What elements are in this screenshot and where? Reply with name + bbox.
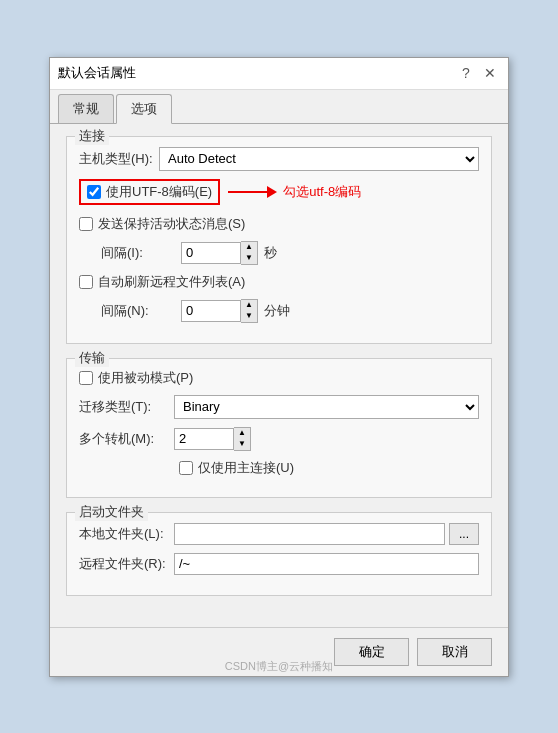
remote-folder-input[interactable]: /~	[174, 553, 479, 575]
multi-transfer-label: 多个转机(M):	[79, 430, 174, 448]
main-only-label[interactable]: 仅使用主连接(U)	[198, 459, 294, 477]
interval-n-down[interactable]: ▼	[241, 311, 257, 322]
interval-n-spinner: 0 ▲ ▼	[181, 299, 258, 323]
auto-refresh-label[interactable]: 自动刷新远程文件列表(A)	[98, 273, 245, 291]
transfer-type-select[interactable]: Binary ASCII Auto	[174, 395, 479, 419]
host-type-label: 主机类型(H):	[79, 150, 159, 168]
interval-n-label: 间隔(N):	[101, 302, 181, 320]
dialog: 默认会话属性 ? ✕ 常规 选项 连接 主机类型(H): Auto Detect…	[49, 57, 509, 677]
keepalive-row: 发送保持活动状态消息(S)	[79, 215, 479, 233]
keepalive-checkbox[interactable]	[79, 217, 93, 231]
arrow-line	[228, 191, 268, 193]
passive-checkbox[interactable]	[79, 371, 93, 385]
connection-title: 连接	[75, 127, 109, 145]
utf8-checkbox[interactable]	[87, 185, 101, 199]
multi-transfer-row: 多个转机(M): 2 ▲ ▼	[79, 427, 479, 451]
local-browse-button[interactable]: ...	[449, 523, 479, 545]
startup-section: 启动文件夹 本地文件夹(L): ... 远程文件夹(R): /~	[66, 512, 492, 596]
interval-n-up[interactable]: ▲	[241, 300, 257, 311]
utf8-highlight-box: 使用UTF-8编码(E)	[79, 179, 220, 205]
local-folder-label: 本地文件夹(L):	[79, 525, 174, 543]
ok-button[interactable]: 确定	[334, 638, 409, 666]
transfer-title: 传输	[75, 349, 109, 367]
cancel-button[interactable]: 取消	[417, 638, 492, 666]
interval-i-input[interactable]: 0	[181, 242, 241, 264]
startup-title: 启动文件夹	[75, 503, 148, 521]
auto-refresh-row: 自动刷新远程文件列表(A)	[79, 273, 479, 291]
auto-refresh-checkbox[interactable]	[79, 275, 93, 289]
interval-i-up[interactable]: ▲	[241, 242, 257, 253]
remote-folder-label: 远程文件夹(R):	[79, 555, 174, 573]
remote-folder-row: 远程文件夹(R): /~	[79, 553, 479, 575]
main-only-checkbox[interactable]	[179, 461, 193, 475]
interval-n-input[interactable]: 0	[181, 300, 241, 322]
interval-n-row: 间隔(N): 0 ▲ ▼ 分钟	[101, 299, 479, 323]
utf8-row: 使用UTF-8编码(E) 勾选utf-8编码	[79, 179, 479, 205]
utf8-label[interactable]: 使用UTF-8编码(E)	[106, 183, 212, 201]
host-type-row: 主机类型(H): Auto Detect Unix Windows	[79, 147, 479, 171]
interval-i-unit: 秒	[264, 244, 277, 262]
interval-i-spinner: 0 ▲ ▼	[181, 241, 258, 265]
multi-transfer-spinner-btns: ▲ ▼	[234, 427, 251, 451]
passive-row: 使用被动模式(P)	[79, 369, 479, 387]
multi-transfer-down[interactable]: ▼	[234, 439, 250, 450]
title-controls: ? ✕	[456, 63, 500, 83]
local-folder-input[interactable]	[174, 523, 445, 545]
interval-i-row: 间隔(I): 0 ▲ ▼ 秒	[101, 241, 479, 265]
tab-general[interactable]: 常规	[58, 94, 114, 123]
interval-n-unit: 分钟	[264, 302, 290, 320]
help-button[interactable]: ?	[456, 63, 476, 83]
interval-i-spinner-btns: ▲ ▼	[241, 241, 258, 265]
watermark: CSDN博主@云种播知	[225, 659, 333, 674]
content-area: 连接 主机类型(H): Auto Detect Unix Windows 使用U…	[50, 124, 508, 627]
interval-i-down[interactable]: ▼	[241, 253, 257, 264]
multi-transfer-input[interactable]: 2	[174, 428, 234, 450]
multi-transfer-up[interactable]: ▲	[234, 428, 250, 439]
tab-options[interactable]: 选项	[116, 94, 172, 124]
multi-transfer-spinner: 2 ▲ ▼	[174, 427, 251, 451]
annotation-text: 勾选utf-8编码	[283, 183, 361, 201]
keepalive-label[interactable]: 发送保持活动状态消息(S)	[98, 215, 245, 233]
interval-n-spinner-btns: ▲ ▼	[241, 299, 258, 323]
tab-bar: 常规 选项	[50, 90, 508, 124]
local-folder-row: 本地文件夹(L): ...	[79, 523, 479, 545]
utf8-annotation: 勾选utf-8编码	[228, 183, 361, 201]
transfer-type-label: 迁移类型(T):	[79, 398, 174, 416]
close-button[interactable]: ✕	[480, 63, 500, 83]
dialog-title: 默认会话属性	[58, 64, 136, 82]
title-bar: 默认会话属性 ? ✕	[50, 58, 508, 90]
transfer-section: 传输 使用被动模式(P) 迁移类型(T): Binary ASCII Auto …	[66, 358, 492, 498]
host-type-select[interactable]: Auto Detect Unix Windows	[159, 147, 479, 171]
passive-label[interactable]: 使用被动模式(P)	[98, 369, 193, 387]
arrow-head	[267, 186, 277, 198]
interval-i-label: 间隔(I):	[101, 244, 181, 262]
dialog-footer: 确定 取消 CSDN博主@云种播知	[50, 627, 508, 676]
connection-section: 连接 主机类型(H): Auto Detect Unix Windows 使用U…	[66, 136, 492, 344]
main-only-row: 仅使用主连接(U)	[179, 459, 479, 477]
transfer-type-row: 迁移类型(T): Binary ASCII Auto	[79, 395, 479, 419]
